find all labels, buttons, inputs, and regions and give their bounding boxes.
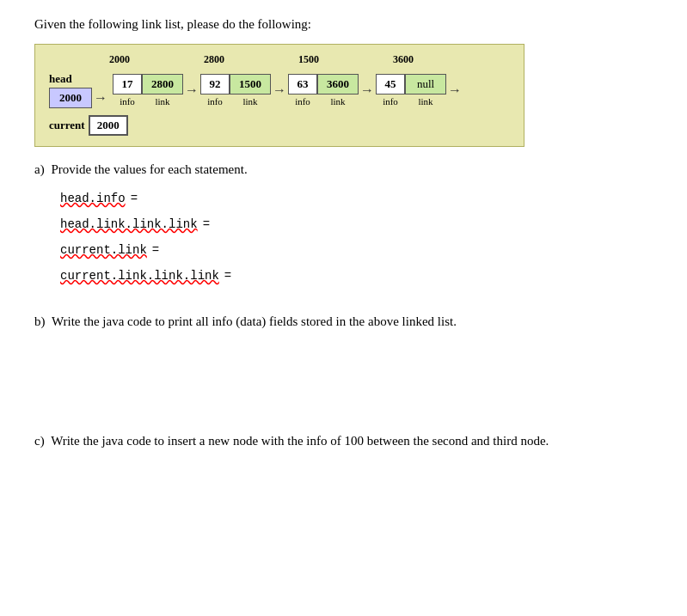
part-b-label: b) — [34, 314, 46, 328]
part-c-section: c) Write the java code to insert a new n… — [34, 434, 653, 448]
node-3-link: null — [405, 74, 446, 95]
node-1: 92 1500 info link — [200, 74, 271, 107]
part-b-section: b) Write the java code to print all info… — [34, 314, 653, 329]
head-arrow: → — [94, 90, 107, 106]
arrow-null: → — [448, 82, 462, 98]
part-a-question-text: Provide the values for each statement. — [51, 162, 247, 176]
diagram-container: 2000 2800 1500 3600 head 2000 → — [34, 44, 524, 147]
part-c-question: c) Write the java code to insert a new n… — [34, 434, 653, 448]
statement-1: head.link.link.link = — [60, 217, 653, 231]
statement-0-equals: = — [131, 192, 138, 205]
statement-2: current.link = — [60, 243, 653, 257]
node-1-info: 92 — [200, 74, 230, 95]
statement-1-code: head.link.link.link — [60, 217, 198, 231]
node-2: 63 3600 info link — [288, 74, 359, 107]
arrow-1-2: → — [273, 82, 286, 98]
node-3-address-label: 3600 — [393, 53, 414, 66]
arrow-2-3: → — [360, 82, 374, 98]
current-label: current — [49, 119, 85, 132]
node-0: 17 2800 info link — [113, 74, 183, 107]
head-label: head — [49, 72, 72, 86]
current-box: 2000 — [89, 115, 128, 136]
part-a-label: a) — [34, 162, 45, 176]
node-2-info-label: info — [288, 96, 317, 107]
statement-0-code: head.info — [60, 192, 126, 205]
intro-text: Given the following link list, please do… — [34, 17, 653, 32]
part-c-question-text: Write the java code to insert a new node… — [51, 434, 549, 448]
node-0-info-label: info — [113, 96, 142, 107]
part-b-question: b) Write the java code to print all info… — [34, 314, 653, 329]
node-2-link: 3600 — [317, 74, 359, 95]
part-a-question: a) Provide the values for each statement… — [34, 162, 653, 177]
part-a-statements: head.info = head.link.link.link = curren… — [60, 192, 653, 283]
part-a-section: a) Provide the values for each statement… — [34, 162, 653, 283]
statement-2-equals: = — [152, 243, 159, 257]
node-3-info: 45 — [376, 74, 405, 95]
node-1-link-label: link — [230, 96, 271, 107]
node-2-info: 63 — [288, 74, 317, 95]
node-3-info-label: info — [376, 96, 405, 107]
statement-2-code: current.link — [60, 243, 147, 257]
statement-0: head.info = — [60, 192, 653, 205]
current-row: current 2000 — [49, 115, 510, 136]
node-1-info-label: info — [200, 96, 230, 107]
statement-3-code: current.link.link.link — [60, 269, 219, 283]
node-0-info: 17 — [113, 74, 142, 95]
statement-1-equals: = — [203, 217, 210, 231]
part-b-question-text: Write the java code to print all info (d… — [52, 314, 457, 328]
node-2-link-label: link — [317, 96, 359, 107]
node-0-link: 2800 — [142, 74, 183, 95]
statement-3: current.link.link.link = — [60, 269, 653, 283]
node-3: 45 null info link — [376, 74, 446, 107]
node-1-link: 1500 — [230, 74, 271, 95]
node-3-link-label: link — [405, 96, 446, 107]
part-c-label: c) — [34, 434, 45, 448]
node-2-address-label: 1500 — [298, 53, 319, 66]
node-0-link-label: link — [142, 96, 183, 107]
node-0-address-label: 2000 — [109, 53, 130, 66]
statement-3-equals: = — [224, 269, 231, 283]
arrow-0-1: → — [185, 82, 199, 98]
node-1-address-label: 2800 — [204, 53, 224, 66]
head-cell: 2000 — [49, 88, 92, 108]
